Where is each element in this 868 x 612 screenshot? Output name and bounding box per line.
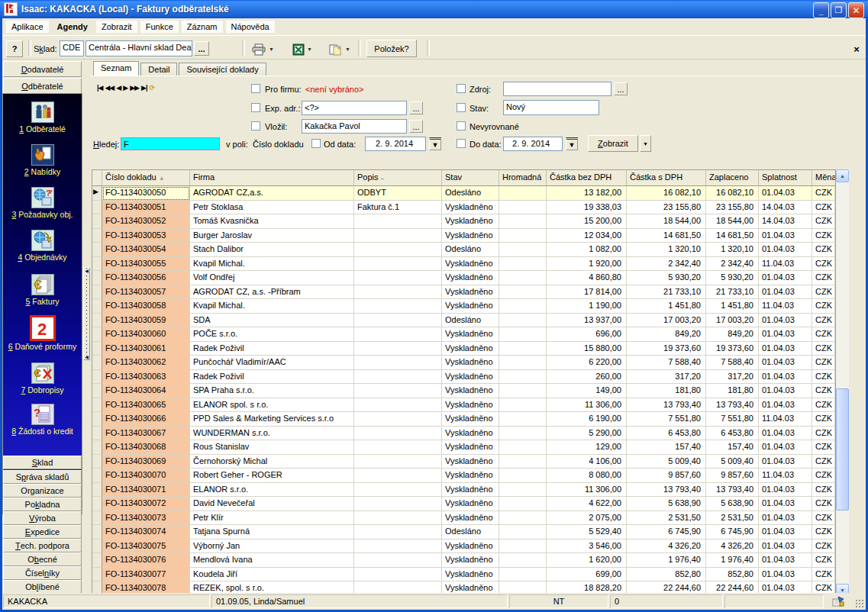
- cell-stav[interactable]: Vyskladněno: [442, 370, 499, 385]
- cell-zaplaceno[interactable]: 317,20: [706, 370, 759, 385]
- stav-select[interactable]: Nový: [503, 100, 599, 115]
- cell-popis[interactable]: [354, 427, 442, 441]
- cell-castka-bez-dph[interactable]: 696,00: [547, 327, 627, 342]
- cell-firma[interactable]: Kvapil Michal.: [190, 257, 354, 272]
- cell-stav[interactable]: Vyskladněno: [442, 553, 499, 568]
- row-selector[interactable]: [92, 568, 102, 582]
- menu-agendy[interactable]: Agendy: [52, 21, 93, 33]
- table-row[interactable]: FO-1134030070Robert Geher - ROGERVysklad…: [92, 469, 835, 483]
- resize-grip[interactable]: [855, 599, 865, 609]
- cell-castka-s-dph[interactable]: 21 733,10: [627, 285, 706, 300]
- cell-stav[interactable]: Vyskladněno: [442, 511, 499, 526]
- cell-mena[interactable]: CZK: [812, 469, 835, 483]
- sklad-name-input[interactable]: Centrála - Hlavní sklad Dealer: [86, 40, 192, 56]
- menu-funkce[interactable]: Funkce: [140, 21, 179, 33]
- cell-popis[interactable]: [354, 398, 442, 413]
- cell-splatnost[interactable]: 01.04.03: [759, 398, 812, 413]
- cell-popis[interactable]: [354, 469, 442, 483]
- cell-popis[interactable]: Faktura č.1: [354, 201, 442, 215]
- cell-firma[interactable]: SDA: [190, 314, 354, 328]
- cell-mena[interactable]: CZK: [812, 229, 835, 243]
- table-row[interactable]: FO-1134030069Černohorský MichalVyskladně…: [92, 455, 835, 469]
- cell-castka-bez-dph[interactable]: 1 920,00: [547, 257, 627, 272]
- cell-castka-s-dph[interactable]: 6 745,90: [627, 525, 706, 540]
- cell-hromadna[interactable]: [499, 299, 547, 314]
- cell-hromadna[interactable]: [499, 440, 547, 455]
- cell-cislo-dokladu[interactable]: FO-1134030062: [102, 356, 190, 370]
- cell-splatnost[interactable]: 01.04.03: [759, 497, 812, 511]
- cell-hromadna[interactable]: [499, 356, 547, 370]
- cell-hromadna[interactable]: [499, 327, 547, 342]
- vlozil-checkbox[interactable]: [251, 121, 260, 130]
- cell-cislo-dokladu[interactable]: FO-1134030058: [102, 299, 190, 314]
- row-selector[interactable]: [92, 455, 102, 469]
- cell-mena[interactable]: CZK: [812, 201, 835, 215]
- cell-castka-bez-dph[interactable]: 11 306,00: [547, 483, 627, 498]
- refresh-icon[interactable]: ⟳: [149, 84, 154, 92]
- cell-hromadna[interactable]: [499, 201, 547, 215]
- cell-castka-bez-dph[interactable]: 5 529,40: [547, 525, 627, 540]
- cell-popis[interactable]: [354, 327, 442, 342]
- cell-zaplaceno[interactable]: 17 003,20: [706, 314, 759, 328]
- zobrazit-dropdown-button[interactable]: ▼: [640, 135, 651, 152]
- nav-first-button[interactable]: |◀: [97, 84, 102, 92]
- cell-popis[interactable]: [354, 257, 442, 272]
- row-selector[interactable]: [92, 243, 102, 257]
- row-selector[interactable]: [92, 525, 102, 540]
- row-selector[interactable]: [92, 412, 102, 427]
- cell-mena[interactable]: CZK: [812, 540, 835, 554]
- row-selector[interactable]: [92, 440, 102, 455]
- cell-popis[interactable]: [354, 483, 442, 498]
- sidebar-button-sprava-skladu[interactable]: Správa skladů: [3, 470, 82, 484]
- cell-mena[interactable]: CZK: [812, 398, 835, 413]
- header-firma[interactable]: Firma: [190, 170, 354, 186]
- cell-castka-bez-dph[interactable]: 4 106,00: [547, 455, 627, 469]
- cell-hromadna[interactable]: [499, 314, 547, 328]
- table-row[interactable]: FO-1134030056Volf OndřejVyskladněno4 860…: [92, 271, 835, 285]
- menu-zobrazit[interactable]: Zobrazit: [96, 21, 137, 33]
- cell-stav[interactable]: Vyskladněno: [442, 497, 499, 511]
- cell-hromadna[interactable]: [499, 497, 547, 511]
- cell-firma[interactable]: AGRODAT CZ,a.s.: [190, 186, 354, 201]
- cell-cislo-dokladu[interactable]: FO-1134030076: [102, 553, 190, 568]
- cell-firma[interactable]: Rous Stanislav: [190, 440, 354, 455]
- cell-firma[interactable]: PPD Sales & Marketing Services s.r.o: [190, 412, 354, 427]
- cell-castka-s-dph[interactable]: 1 976,40: [627, 553, 706, 568]
- cell-mena[interactable]: CZK: [812, 186, 835, 201]
- cell-zaplaceno[interactable]: 1 320,10: [706, 243, 759, 257]
- cell-firma[interactable]: Burger Jaroslav: [190, 229, 354, 243]
- cell-hromadna[interactable]: [499, 427, 547, 441]
- row-selector[interactable]: [92, 553, 102, 568]
- header-zaplaceno[interactable]: Zaplaceno: [706, 170, 759, 186]
- table-row[interactable]: FO-1134030074Tatjana SpurnáOdesláno5 529…: [92, 525, 835, 540]
- cell-stav[interactable]: Vyskladněno: [442, 201, 499, 215]
- table-row[interactable]: FO-1134030072David NevečeřalVyskladněno4…: [92, 497, 835, 511]
- cell-firma[interactable]: Radek Poživil: [190, 342, 354, 356]
- sidebar-button-oblibene[interactable]: Oblíbené: [3, 580, 82, 594]
- cell-hromadna[interactable]: [499, 384, 547, 398]
- cell-castka-s-dph[interactable]: 6 453,80: [627, 427, 706, 441]
- cell-popis[interactable]: [354, 553, 442, 568]
- cell-hromadna[interactable]: [499, 483, 547, 498]
- sidebar-item-pozadavky-obj[interactable]: ?? 3 Požadavky obj.: [3, 187, 82, 219]
- table-row[interactable]: FO-1134030063Radek PoživilVyskladněno260…: [92, 370, 835, 385]
- cell-splatnost[interactable]: 01.04.03: [759, 271, 812, 285]
- cell-zaplaceno[interactable]: 157,40: [706, 440, 759, 455]
- exp-adr-browse-button[interactable]: ...: [409, 101, 423, 114]
- cell-mena[interactable]: CZK: [812, 455, 835, 469]
- nav-last-button[interactable]: ▶|: [141, 84, 147, 92]
- cell-castka-s-dph[interactable]: 2 531,50: [627, 511, 706, 526]
- copy-button[interactable]: [325, 40, 345, 59]
- sidebar-odberatele-button[interactable]: Odběratelé: [3, 78, 82, 94]
- cell-splatnost[interactable]: 01.04.03: [759, 483, 812, 498]
- cell-splatnost[interactable]: 01.04.03: [759, 455, 812, 469]
- row-selector[interactable]: [92, 384, 102, 398]
- cell-castka-s-dph[interactable]: 13 793,40: [627, 398, 706, 413]
- row-selector[interactable]: [92, 285, 102, 300]
- cell-zaplaceno[interactable]: 9 857,60: [706, 469, 759, 483]
- cell-firma[interactable]: ELANOR spol. s r.o.: [190, 398, 354, 413]
- cell-splatnost[interactable]: 01.04.03: [759, 553, 812, 568]
- cell-castka-s-dph[interactable]: 23 155,80: [627, 201, 706, 215]
- cell-cislo-dokladu[interactable]: FO-1134030051: [102, 201, 190, 215]
- cell-zaplaceno[interactable]: 181,80: [706, 384, 759, 398]
